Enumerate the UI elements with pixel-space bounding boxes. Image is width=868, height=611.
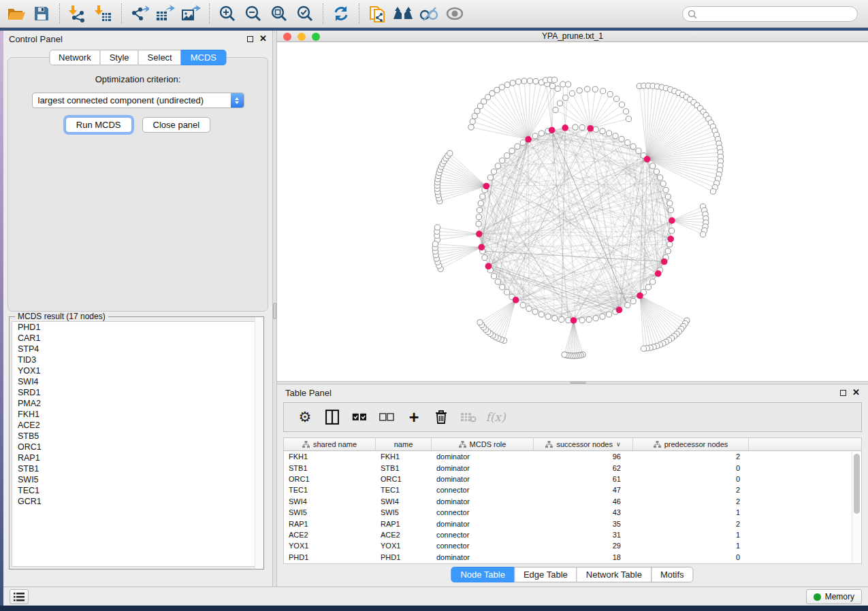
table-settings-button[interactable]: ⚙ [292, 405, 318, 429]
memory-button[interactable]: Memory [806, 589, 862, 604]
save-button[interactable] [29, 2, 54, 25]
find-button[interactable] [390, 2, 416, 25]
mcds-result-item[interactable]: CAR1 [12, 333, 261, 344]
criterion-dropdown[interactable]: largest connected component (undirected) [32, 93, 244, 108]
splitter-handle[interactable] [273, 303, 276, 319]
tab-node-table[interactable]: Node Table [451, 567, 515, 582]
zoom-fit-button[interactable] [266, 2, 292, 25]
table-cell: connector [432, 542, 534, 550]
export-image-button[interactable] [178, 2, 204, 25]
import-network-button[interactable] [65, 2, 91, 25]
table-cell: SWI4 [376, 497, 432, 506]
tab-style[interactable]: Style [100, 50, 139, 65]
tab-motifs[interactable]: Motifs [651, 567, 694, 582]
mcds-result-item[interactable]: RAP1 [12, 452, 261, 463]
tab-select[interactable]: Select [138, 50, 182, 65]
table-row[interactable]: SWI5SWI5connector431 [284, 507, 861, 518]
table-row[interactable]: SWI4SWI4dominator462 [284, 496, 861, 507]
table-row[interactable]: YOX1YOX1connector291 [284, 540, 861, 551]
zoom-in-icon [219, 5, 236, 22]
column-header-predecessor-nodes[interactable]: predecessor nodes [633, 438, 749, 450]
table-scrollbar[interactable] [852, 452, 861, 563]
mcds-result-item[interactable]: SRD1 [12, 387, 261, 398]
maximize-window-icon[interactable] [312, 33, 320, 41]
scrollbar-thumb[interactable] [854, 454, 860, 514]
mcds-result-item[interactable]: STB1 [12, 463, 261, 474]
table-cell: FKH1 [376, 452, 432, 461]
zoom-in-button[interactable] [214, 2, 240, 25]
criterion-value: largest connected component (undirected) [38, 95, 204, 105]
delete-table-button[interactable] [455, 405, 481, 429]
export-network-button[interactable] [127, 2, 152, 25]
tab-network-table[interactable]: Network Table [577, 567, 652, 582]
column-header-mcds-role[interactable]: MCDS role [432, 438, 534, 450]
minimize-window-icon[interactable] [298, 33, 306, 41]
control-panel-tabs: Network Style Select MCDS [50, 50, 226, 65]
mcds-result-item[interactable]: GCR1 [12, 496, 261, 507]
table-panel: Table Panel ✕ ⚙ + f(x) shared name [277, 384, 868, 587]
column-header-name[interactable]: name [376, 438, 432, 450]
show-all-button[interactable] [442, 2, 468, 25]
mcds-result-item[interactable]: PMA2 [12, 398, 261, 409]
open-button[interactable] [3, 2, 29, 25]
mcds-result-item[interactable]: STB5 [12, 431, 261, 442]
export-table-button[interactable] [152, 2, 178, 25]
tab-network[interactable]: Network [49, 50, 101, 65]
search-box[interactable] [682, 6, 858, 22]
splitter-handle[interactable] [570, 382, 586, 384]
refresh-button[interactable] [328, 2, 354, 25]
delete-column-button[interactable] [428, 405, 454, 429]
table-cell: ORC1 [376, 475, 432, 483]
close-panel-icon[interactable]: ✕ [852, 389, 860, 396]
network-titlebar[interactable]: YPA_prune.txt_1 [277, 31, 868, 42]
table-row[interactable]: TEC1TEC1connector472 [284, 484, 861, 495]
zoom-selected-button[interactable] [292, 2, 318, 25]
mcds-result-item[interactable]: STP4 [12, 344, 261, 354]
search-icon [688, 10, 697, 19]
deselect-all-button[interactable] [374, 405, 400, 429]
table-row[interactable]: RAP1RAP1dominator352 [284, 518, 861, 529]
mcds-result-item[interactable]: TEC1 [12, 485, 261, 496]
select-all-button[interactable] [347, 405, 372, 429]
table-row[interactable]: ORC1ORC1dominator610 [284, 474, 861, 484]
show-panel-list-button[interactable] [10, 589, 29, 604]
column-header-successor-nodes[interactable]: successor nodes ∨ [534, 438, 633, 450]
close-window-icon[interactable] [283, 33, 291, 41]
mcds-result-item[interactable]: SWI4 [12, 376, 261, 387]
show-columns-button[interactable] [319, 405, 345, 429]
hide-selection-button[interactable] [416, 2, 442, 25]
close-panel-icon[interactable]: ✕ [259, 35, 267, 42]
mcds-list-scrollbar[interactable] [255, 317, 263, 569]
mcds-result-item[interactable]: TID3 [12, 354, 261, 365]
table-row[interactable]: FKH1FKH1dominator962 [284, 451, 861, 462]
function-builder-button[interactable]: f(x) [483, 405, 509, 429]
network-canvas[interactable] [277, 42, 868, 381]
add-column-button[interactable]: + [401, 405, 427, 429]
table-cell: 0 [633, 553, 749, 561]
table-row[interactable]: ACE2ACE2connector311 [284, 529, 861, 540]
mcds-result-item[interactable]: SWI5 [12, 474, 261, 485]
vertical-splitter[interactable] [272, 31, 277, 587]
mcds-result-item[interactable]: ORC1 [12, 442, 261, 452]
column-header-shared-name[interactable]: shared name [284, 438, 376, 450]
mcds-result-item[interactable]: YOX1 [12, 365, 261, 376]
close-panel-button[interactable]: Close panel [142, 117, 211, 133]
run-mcds-button[interactable]: Run MCDS [65, 117, 132, 133]
float-panel-icon[interactable] [247, 36, 253, 42]
table-row[interactable]: PHD1PHD1dominator180 [284, 552, 861, 563]
toolbar-separator [209, 3, 210, 24]
table-row[interactable]: STB1STB1dominator620 [284, 462, 861, 473]
tab-edge-table[interactable]: Edge Table [514, 567, 577, 582]
clone-network-button[interactable] [364, 2, 390, 25]
trash-icon [435, 410, 447, 425]
tab-mcds[interactable]: MCDS [181, 50, 226, 65]
search-input[interactable] [697, 7, 857, 21]
mcds-result-item[interactable]: ACE2 [12, 420, 261, 431]
import-table-button[interactable] [91, 2, 116, 25]
zoom-out-button[interactable] [240, 2, 266, 25]
network-graph[interactable] [277, 42, 868, 381]
mcds-result-item[interactable]: PHD1 [12, 322, 261, 333]
float-panel-icon[interactable] [840, 390, 846, 396]
mcds-result-item[interactable]: FKH1 [12, 409, 261, 420]
mcds-result-list[interactable]: PHD1CAR1STP4TID3YOX1SWI4SRD1PMA2FKH1ACE2… [12, 321, 261, 567]
